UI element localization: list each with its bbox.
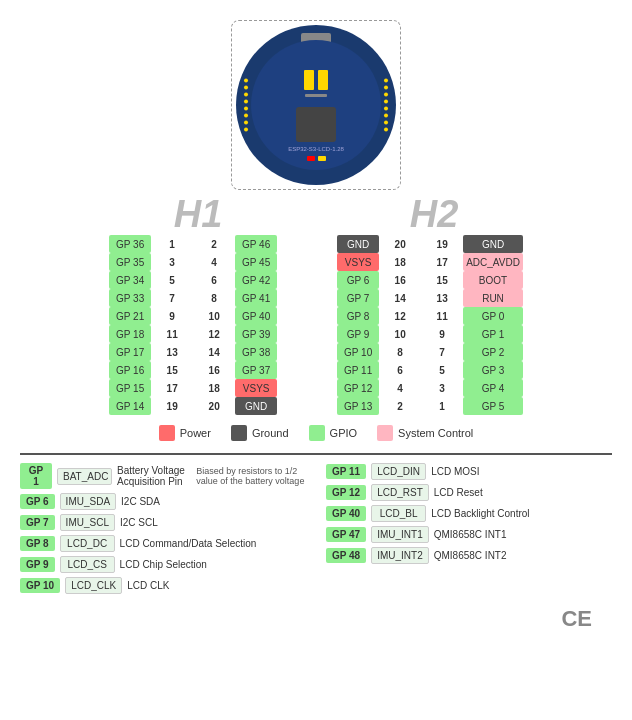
pin-desc-row: GP 47 IMU_INT1 QMI8658C INT1 bbox=[326, 526, 612, 543]
pin-note: Biased by resistors to 1/2 value of the … bbox=[196, 466, 306, 486]
table-row: GND 20 19 GND bbox=[337, 235, 523, 253]
num-cell: 3 bbox=[421, 379, 463, 397]
pin-cell: GP 1 bbox=[463, 325, 523, 343]
pin-cell: RUN bbox=[463, 289, 523, 307]
pin-desc-right-col: GP 11 LCD_DIN LCD MOSI GP 12 LCD_RST LCD… bbox=[326, 463, 612, 598]
pin-cell: GP 36 bbox=[109, 235, 151, 253]
pin-cell: GP 41 bbox=[235, 289, 277, 307]
pin-desc-row: GP 6 IMU_SDA I2C SDA bbox=[20, 493, 306, 510]
num-cell: 15 bbox=[421, 271, 463, 289]
num-cell: 12 bbox=[193, 325, 235, 343]
pin-cell: GP 10 bbox=[337, 343, 379, 361]
pin-gpio-label: GP 11 bbox=[326, 464, 366, 479]
pin-description: Battery Voltage Acquisition Pin bbox=[117, 465, 187, 487]
pin-cell: GP 40 bbox=[235, 307, 277, 325]
pin-cell: GP 38 bbox=[235, 343, 277, 361]
pin-cell: GP 34 bbox=[109, 271, 151, 289]
pin-cell: GP 0 bbox=[463, 307, 523, 325]
pin-cell: GP 42 bbox=[235, 271, 277, 289]
pin-cell: GP 3 bbox=[463, 361, 523, 379]
pin-gpio-label: GP 6 bbox=[20, 494, 55, 509]
board-waveshare-logo bbox=[305, 94, 327, 97]
num-cell: 13 bbox=[151, 343, 193, 361]
pin-func-label: LCD_BL bbox=[371, 505, 426, 522]
num-cell: 4 bbox=[379, 379, 421, 397]
board-model-label: ESP32-S3-LCD-1.28 bbox=[288, 146, 344, 152]
pin-cell: GND bbox=[337, 235, 379, 253]
num-cell: 6 bbox=[193, 271, 235, 289]
pin-descriptions: GP 1 BAT_ADC Battery Voltage Acquisition… bbox=[20, 463, 612, 598]
board-pin-right bbox=[318, 70, 328, 90]
table-row: GP 34 5 6 GP 42 bbox=[109, 271, 277, 289]
num-cell: 11 bbox=[151, 325, 193, 343]
num-cell: 8 bbox=[379, 343, 421, 361]
pin-desc-row: GP 48 IMU_INT2 QMI8658C INT2 bbox=[326, 547, 612, 564]
pin-cell: GP 13 bbox=[337, 397, 379, 415]
pin-cell: VSYS bbox=[337, 253, 379, 271]
pin-desc-row: GP 10 LCD_CLK LCD CLK bbox=[20, 577, 306, 594]
num-cell: 19 bbox=[151, 397, 193, 415]
legend-power: Power bbox=[159, 425, 211, 441]
pin-cell: GP 37 bbox=[235, 361, 277, 379]
num-cell: 5 bbox=[151, 271, 193, 289]
board-dashed-border: ESP32-S3-LCD-1.28 bbox=[231, 20, 401, 190]
pin-cell: GP 17 bbox=[109, 343, 151, 361]
h1-label: H1 bbox=[174, 195, 223, 233]
pin-desc-row: GP 1 BAT_ADC Battery Voltage Acquisition… bbox=[20, 463, 306, 489]
table-row: VSYS 18 17 ADC_AVDD bbox=[337, 253, 523, 271]
separator bbox=[20, 453, 612, 455]
pin-gpio-label: GP 8 bbox=[20, 536, 55, 551]
num-cell: 18 bbox=[193, 379, 235, 397]
pin-description: LCD CLK bbox=[127, 580, 169, 591]
pin-func-label: BAT_ADC bbox=[57, 468, 112, 485]
num-cell: 14 bbox=[193, 343, 235, 361]
num-cell: 19 bbox=[421, 235, 463, 253]
pin-cell: GP 2 bbox=[463, 343, 523, 361]
num-cell: 1 bbox=[151, 235, 193, 253]
pin-gpio-label: GP 12 bbox=[326, 485, 366, 500]
pin-description: LCD Reset bbox=[434, 487, 483, 498]
num-cell: 6 bbox=[379, 361, 421, 379]
legend-power-box bbox=[159, 425, 175, 441]
h2-table: GND 20 19 GND VSYS 18 17 ADC_AVDD GP 6 1… bbox=[337, 235, 523, 415]
num-cell: 1 bbox=[421, 397, 463, 415]
pin-func-label: LCD_DIN bbox=[371, 463, 426, 480]
pin-cell: GP 18 bbox=[109, 325, 151, 343]
pin-cell: GP 7 bbox=[337, 289, 379, 307]
num-cell: 14 bbox=[379, 289, 421, 307]
table-row: GP 33 7 8 GP 41 bbox=[109, 289, 277, 307]
pin-cell: GP 12 bbox=[337, 379, 379, 397]
pin-cell: GP 35 bbox=[109, 253, 151, 271]
pin-cell: GP 46 bbox=[235, 235, 277, 253]
legend-power-label: Power bbox=[180, 427, 211, 439]
pin-cell: GP 8 bbox=[337, 307, 379, 325]
h2-label: H2 bbox=[410, 195, 459, 233]
num-cell: 20 bbox=[193, 397, 235, 415]
pin-desc-row: GP 40 LCD_BL LCD Backlight Control bbox=[326, 505, 612, 522]
pin-func-label: LCD_CS bbox=[60, 556, 115, 573]
board-main-chip bbox=[296, 107, 336, 142]
pin-cell: GP 45 bbox=[235, 253, 277, 271]
pin-cell: GP 5 bbox=[463, 397, 523, 415]
board-pin-left bbox=[304, 70, 314, 90]
pin-cell: GP 6 bbox=[337, 271, 379, 289]
header-labels: H1 H2 bbox=[20, 195, 612, 233]
num-cell: 10 bbox=[193, 307, 235, 325]
table-row: GP 36 1 2 GP 46 bbox=[109, 235, 277, 253]
board-section: ESP32-S3-LCD-1.28 bbox=[20, 10, 612, 195]
pin-description: LCD MOSI bbox=[431, 466, 479, 477]
board-dots-right bbox=[384, 79, 388, 132]
pin-func-label: IMU_SDA bbox=[60, 493, 116, 510]
pin-gpio-label: GP 9 bbox=[20, 557, 55, 572]
pin-gpio-label: GP 47 bbox=[326, 527, 366, 542]
pin-description: LCD Chip Selection bbox=[120, 559, 207, 570]
num-cell: 20 bbox=[379, 235, 421, 253]
table-row: GP 7 14 13 RUN bbox=[337, 289, 523, 307]
legend-sysctrl-label: System Control bbox=[398, 427, 473, 439]
pin-func-label: IMU_SCL bbox=[60, 514, 115, 531]
table-row: GP 35 3 4 GP 45 bbox=[109, 253, 277, 271]
pin-cell: GP 4 bbox=[463, 379, 523, 397]
table-row: GP 21 9 10 GP 40 bbox=[109, 307, 277, 325]
pin-gpio-label: GP 7 bbox=[20, 515, 55, 530]
table-row: GP 8 12 11 GP 0 bbox=[337, 307, 523, 325]
